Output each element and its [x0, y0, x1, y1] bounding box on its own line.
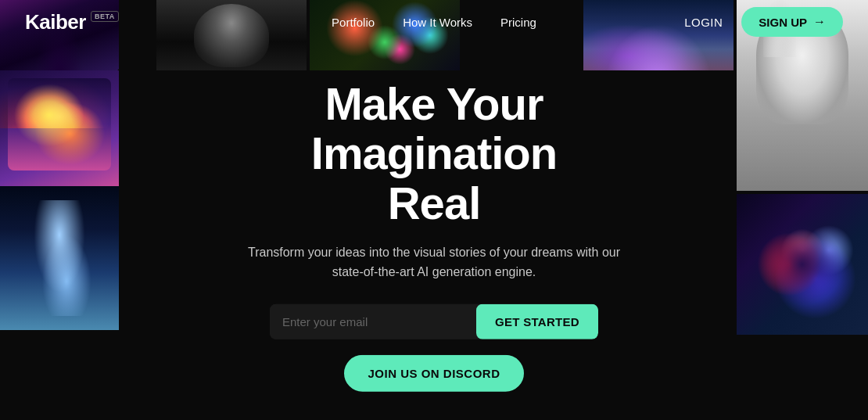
gallery-image-right-bottom	[737, 194, 868, 335]
nav-link-portfolio[interactable]: Portfolio	[332, 16, 375, 29]
logo-text[interactable]: Kaiber	[25, 10, 86, 34]
nav-link-how-it-works[interactable]: How It Works	[403, 16, 472, 29]
login-button[interactable]: LOGIN	[684, 16, 723, 29]
hero-content: Make Your Imagination Real Transform you…	[207, 78, 661, 392]
nav-right: LOGIN SIGN UP →	[684, 7, 843, 37]
email-form: GET STARTED	[270, 304, 598, 339]
signup-arrow-icon: →	[813, 15, 826, 29]
gallery-image-left-mid	[0, 70, 119, 186]
nav-link-pricing[interactable]: Pricing	[500, 16, 536, 29]
beta-badge: BETA	[91, 11, 119, 22]
get-started-button[interactable]: GET STARTED	[476, 304, 598, 339]
email-input[interactable]	[270, 304, 476, 339]
gallery-image-left-bottom	[0, 186, 119, 330]
signup-button[interactable]: SIGN UP →	[741, 7, 843, 37]
discord-btn-wrapper: JOIN US ON DISCORD	[207, 355, 661, 392]
logo-area: Kaiber BETA	[25, 10, 119, 34]
nav-links: Portfolio How It Works Pricing	[332, 16, 536, 29]
hero-subtitle: Transform your ideas into the visual sto…	[246, 242, 622, 282]
navbar: Kaiber BETA Portfolio How It Works Prici…	[0, 0, 868, 44]
hero-title: Make Your Imagination Real	[207, 78, 661, 228]
discord-button[interactable]: JOIN US ON DISCORD	[344, 355, 523, 392]
